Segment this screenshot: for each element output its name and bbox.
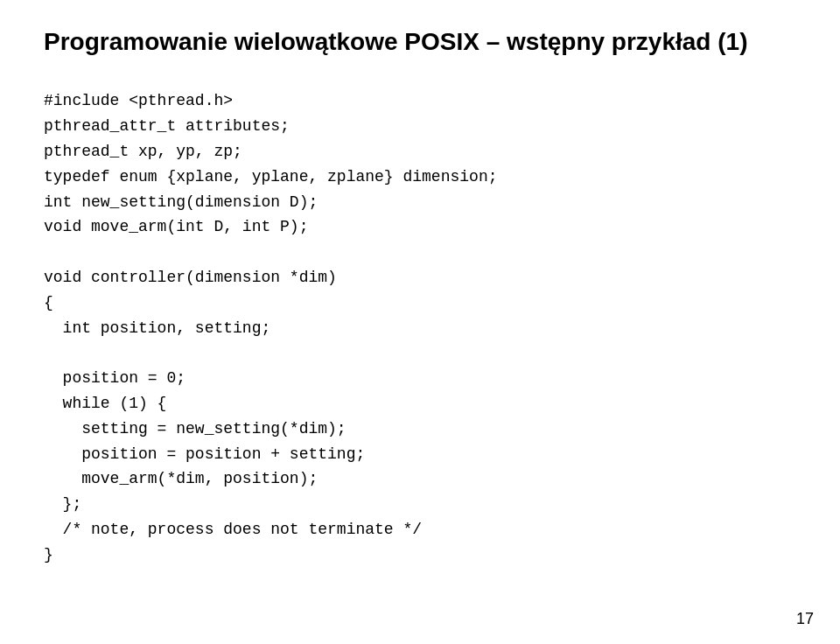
- slide-container: Programowanie wielowątkowe POSIX – wstęp…: [0, 0, 840, 644]
- slide-title: Programowanie wielowątkowe POSIX – wstęp…: [44, 26, 796, 58]
- code-block: #include <pthread.h> pthread_attr_t attr…: [44, 88, 796, 567]
- page-number: 17: [796, 610, 814, 628]
